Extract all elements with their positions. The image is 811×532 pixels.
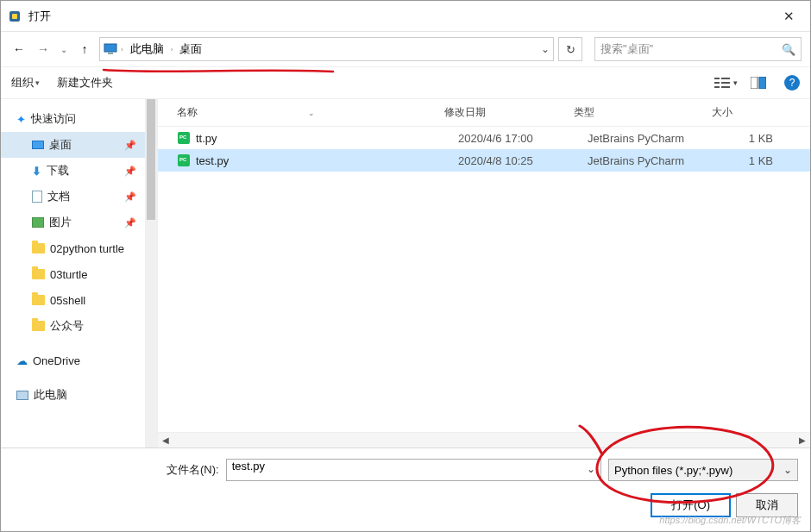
file-area: 名称⌄ 修改日期 类型 大小 tt.py 2020/4/6 17:00 JetB… [158,99,810,448]
svg-rect-2 [104,44,116,52]
download-icon: ⬇ [32,165,41,178]
sidebar-item-onedrive[interactable]: ☁OneDrive [1,347,145,373]
star-icon: ✦ [16,113,26,126]
file-date: 2020/4/6 17:00 [458,132,588,145]
file-name: test.py [196,154,458,167]
chevron-down-icon[interactable]: ⌄ [587,463,595,475]
picture-icon [32,217,44,228]
folder-icon [32,295,45,305]
sidebar-item-quick-access[interactable]: ✦快速访问 [1,106,145,132]
search-placeholder: 搜索"桌面" [600,41,653,57]
scroll-track[interactable] [173,433,795,448]
python-app-icon [8,9,22,23]
sidebar-item-folder-03turtle[interactable]: 03turtle [1,261,145,287]
svg-rect-9 [721,86,730,88]
toolbar: 组织▾ 新建文件夹 ▾ ? [1,66,810,99]
sidebar-scrollbar[interactable] [145,99,157,448]
search-input[interactable]: 搜索"桌面" 🔍 [594,37,802,61]
main-area: ✦快速访问 桌面📌 ⬇下载📌 文档📌 图片📌 02python turtle 0… [1,99,810,448]
svg-rect-7 [721,78,730,79]
sidebar-item-desktop[interactable]: 桌面📌 [1,132,145,158]
scrollbar-thumb[interactable] [147,99,155,220]
nav-history-dropdown[interactable]: ⌄ [58,40,70,59]
breadcrumb-desktop[interactable]: 桌面 [176,41,205,57]
cloud-icon: ☁ [16,354,28,367]
titlebar: 打开 ✕ [1,1,810,32]
svg-rect-6 [714,86,720,88]
nav-back-button[interactable]: ← [9,40,28,59]
chevron-down-icon[interactable]: ⌄ [783,464,792,476]
filename-row: 文件名(N): test.py ⌄ Python files (*.py;*.p… [13,459,798,481]
file-date: 2020/4/8 10:25 [458,154,588,167]
sidebar: ✦快速访问 桌面📌 ⬇下载📌 文档📌 图片📌 02python turtle 0… [1,99,158,448]
folder-icon [32,243,45,253]
pc-icon [16,391,28,400]
sidebar-item-downloads[interactable]: ⬇下载📌 [1,158,145,184]
nav-forward-button[interactable]: → [34,40,53,59]
svg-rect-3 [108,53,113,54]
file-row[interactable]: tt.py 2020/4/6 17:00 JetBrains PyCharm 1… [158,127,810,149]
column-headers: 名称⌄ 修改日期 类型 大小 [158,99,810,127]
pycharm-file-icon [177,153,191,167]
nav-tree: ✦快速访问 桌面📌 ⬇下载📌 文档📌 图片📌 02python turtle 0… [1,99,145,448]
sidebar-item-folder-05shell[interactable]: 05shell [1,287,145,313]
column-header-name[interactable]: 名称⌄ [177,105,444,120]
nav-up-button[interactable]: ↑ [75,40,94,59]
sidebar-item-documents[interactable]: 文档📌 [1,184,145,210]
pin-icon: 📌 [124,191,136,203]
column-header-date[interactable]: 修改日期 [444,105,574,120]
file-type: JetBrains PyCharm [588,132,726,145]
pin-icon: 📌 [124,166,136,177]
svg-rect-1 [12,14,17,19]
filename-input[interactable]: test.py ⌄ [226,459,601,481]
sidebar-item-folder-gzh[interactable]: 公众号 [1,313,145,339]
refresh-button[interactable]: ↻ [558,37,582,61]
watermark: https://blog.csdn.net/WTCTO博客 [659,514,801,527]
pycharm-file-icon [177,131,191,145]
view-options-button[interactable]: ▾ [710,72,741,93]
svg-rect-4 [714,78,720,79]
filetype-select[interactable]: Python files (*.py;*.pyw) ⌄ [608,459,798,481]
folder-icon [32,321,45,331]
scroll-right-button[interactable]: ▶ [795,433,810,448]
desktop-icon [32,141,44,149]
chevron-down-icon[interactable]: ⌄ [541,43,550,55]
breadcrumb[interactable]: › 此电脑 › 桌面 ⌄ [99,37,554,61]
filename-value: test.py [232,460,265,473]
svg-rect-8 [721,82,730,84]
filetype-value: Python files (*.py;*.pyw) [614,464,732,477]
svg-rect-5 [714,82,720,84]
window-title: 打开 [28,9,775,24]
navbar: ← → ⌄ ↑ › 此电脑 › 桌面 ⌄ ↻ 搜索"桌面" 🔍 [1,32,810,66]
file-type: JetBrains PyCharm [588,154,726,167]
help-button[interactable]: ? [784,75,800,91]
file-row[interactable]: test.py 2020/4/8 10:25 JetBrains PyCharm… [158,149,810,172]
breadcrumb-thispc[interactable]: 此电脑 [127,41,167,57]
new-folder-button[interactable]: 新建文件夹 [57,75,113,91]
pin-icon: 📌 [124,217,136,228]
chevron-right-icon: › [169,46,175,53]
sidebar-item-pictures[interactable]: 图片📌 [1,210,145,235]
file-size: 1 KB [726,132,773,145]
organize-menu[interactable]: 组织▾ [11,75,40,91]
svg-rect-11 [759,77,766,89]
folder-icon [32,269,45,279]
svg-rect-10 [751,77,758,89]
file-list: tt.py 2020/4/6 17:00 JetBrains PyCharm 1… [158,127,810,432]
filename-label: 文件名(N): [167,462,219,478]
scroll-left-button[interactable]: ◀ [158,433,173,448]
sidebar-item-this-pc[interactable]: 此电脑 [1,382,145,408]
file-size: 1 KB [726,154,773,167]
document-icon [32,191,42,203]
search-icon[interactable]: 🔍 [782,43,795,56]
column-header-size[interactable]: 大小 [712,105,764,120]
sidebar-item-folder-02python-turtle[interactable]: 02python turtle [1,235,145,261]
sort-arrow-icon: ⌄ [308,109,315,117]
horizontal-scrollbar[interactable]: ◀ ▶ [158,432,810,448]
monitor-icon [104,42,117,56]
column-header-type[interactable]: 类型 [574,105,712,120]
open-file-dialog: 打开 ✕ ← → ⌄ ↑ › 此电脑 › 桌面 ⌄ ↻ 搜索"桌面" 🔍 组织▾… [0,0,811,532]
close-icon[interactable]: ✕ [775,5,803,28]
preview-pane-button[interactable] [743,72,774,93]
chevron-right-icon: › [119,46,125,53]
